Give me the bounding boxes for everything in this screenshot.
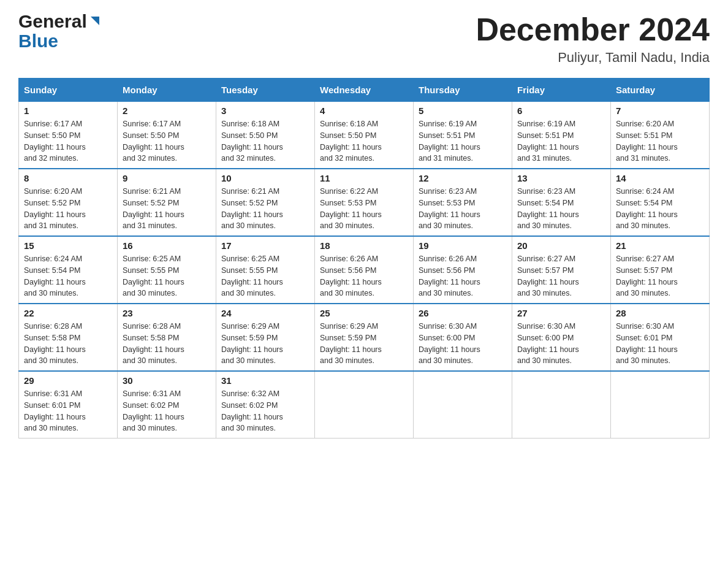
day-info: Sunrise: 6:25 AMSunset: 5:55 PMDaylight:… [221,253,309,299]
page-header: General Blue December 2024 Puliyur, Tami… [18,12,710,66]
day-number: 4 [320,105,408,116]
day-number: 2 [123,105,211,116]
calendar-day-cell: 4Sunrise: 6:18 AMSunset: 5:50 PMDaylight… [315,102,414,169]
calendar-week-row: 8Sunrise: 6:20 AMSunset: 5:52 PMDaylight… [19,169,710,236]
day-info: Sunrise: 6:23 AMSunset: 5:53 PMDaylight:… [419,186,507,232]
calendar-day-cell: 26Sunrise: 6:30 AMSunset: 6:00 PMDayligh… [414,304,512,371]
day-info: Sunrise: 6:30 AMSunset: 6:01 PMDaylight:… [616,321,704,367]
calendar-day-cell: 10Sunrise: 6:21 AMSunset: 5:52 PMDayligh… [216,169,315,236]
day-header-saturday: Saturday [611,79,710,102]
day-number: 8 [24,173,112,183]
logo-general: General [18,12,87,31]
day-info: Sunrise: 6:22 AMSunset: 5:53 PMDaylight:… [320,186,408,232]
day-info: Sunrise: 6:31 AMSunset: 6:01 PMDaylight:… [24,388,112,434]
day-number: 18 [320,240,408,251]
calendar-day-cell [414,371,512,439]
day-number: 22 [24,308,112,318]
calendar-day-cell: 18Sunrise: 6:26 AMSunset: 5:56 PMDayligh… [315,236,414,304]
calendar-week-row: 1Sunrise: 6:17 AMSunset: 5:50 PMDaylight… [19,102,710,169]
calendar-day-cell: 14Sunrise: 6:24 AMSunset: 5:54 PMDayligh… [611,169,710,236]
day-number: 10 [221,173,309,183]
calendar-day-cell: 9Sunrise: 6:21 AMSunset: 5:52 PMDaylight… [118,169,216,236]
day-header-sunday: Sunday [19,79,118,102]
calendar-week-row: 29Sunrise: 6:31 AMSunset: 6:01 PMDayligh… [19,371,710,439]
calendar-day-cell: 20Sunrise: 6:27 AMSunset: 5:57 PMDayligh… [512,236,611,304]
day-info: Sunrise: 6:27 AMSunset: 5:57 PMDaylight:… [616,253,704,299]
day-info: Sunrise: 6:18 AMSunset: 5:50 PMDaylight:… [320,118,408,164]
calendar-title: December 2024 [476,12,710,47]
calendar-subtitle: Puliyur, Tamil Nadu, India [476,50,710,66]
calendar-day-cell: 1Sunrise: 6:17 AMSunset: 5:50 PMDaylight… [19,102,118,169]
calendar-day-cell: 16Sunrise: 6:25 AMSunset: 5:55 PMDayligh… [118,236,216,304]
day-info: Sunrise: 6:29 AMSunset: 5:59 PMDaylight:… [320,321,408,367]
calendar-day-cell: 29Sunrise: 6:31 AMSunset: 6:01 PMDayligh… [19,371,118,439]
day-info: Sunrise: 6:31 AMSunset: 6:02 PMDaylight:… [123,388,211,434]
calendar-day-cell: 13Sunrise: 6:23 AMSunset: 5:54 PMDayligh… [512,169,611,236]
day-number: 7 [616,105,704,116]
day-info: Sunrise: 6:24 AMSunset: 5:54 PMDaylight:… [24,253,112,299]
calendar-table: SundayMondayTuesdayWednesdayThursdayFrid… [18,78,710,439]
day-number: 13 [517,173,605,183]
calendar-day-cell: 19Sunrise: 6:26 AMSunset: 5:56 PMDayligh… [414,236,512,304]
day-number: 9 [123,173,211,183]
day-number: 1 [24,105,112,116]
day-info: Sunrise: 6:19 AMSunset: 5:51 PMDaylight:… [517,118,605,164]
day-info: Sunrise: 6:32 AMSunset: 6:02 PMDaylight:… [221,388,309,434]
logo-blue: Blue [18,31,58,51]
calendar-day-cell: 30Sunrise: 6:31 AMSunset: 6:02 PMDayligh… [118,371,216,439]
day-number: 30 [123,375,211,386]
day-header-tuesday: Tuesday [216,79,315,102]
calendar-day-cell: 31Sunrise: 6:32 AMSunset: 6:02 PMDayligh… [216,371,315,439]
day-number: 25 [320,308,408,318]
day-info: Sunrise: 6:24 AMSunset: 5:54 PMDaylight:… [616,186,704,232]
day-number: 16 [123,240,211,251]
calendar-day-cell: 8Sunrise: 6:20 AMSunset: 5:52 PMDaylight… [19,169,118,236]
day-header-wednesday: Wednesday [315,79,414,102]
day-number: 19 [419,240,507,251]
calendar-day-cell [512,371,611,439]
day-number: 15 [24,240,112,251]
svg-marker-0 [91,17,99,25]
day-number: 12 [419,173,507,183]
calendar-day-cell: 7Sunrise: 6:20 AMSunset: 5:51 PMDaylight… [611,102,710,169]
day-number: 14 [616,173,704,183]
day-info: Sunrise: 6:28 AMSunset: 5:58 PMDaylight:… [123,321,211,367]
day-number: 3 [221,105,309,116]
day-number: 31 [221,375,309,386]
calendar-day-cell: 27Sunrise: 6:30 AMSunset: 6:00 PMDayligh… [512,304,611,371]
calendar-day-cell: 5Sunrise: 6:19 AMSunset: 5:51 PMDaylight… [414,102,512,169]
day-info: Sunrise: 6:30 AMSunset: 6:00 PMDaylight:… [419,321,507,367]
day-number: 17 [221,240,309,251]
calendar-week-row: 15Sunrise: 6:24 AMSunset: 5:54 PMDayligh… [19,236,710,304]
logo-arrow-icon [88,14,102,29]
day-number: 29 [24,375,112,386]
day-info: Sunrise: 6:28 AMSunset: 5:58 PMDaylight:… [24,321,112,367]
day-info: Sunrise: 6:30 AMSunset: 6:00 PMDaylight:… [517,321,605,367]
day-number: 21 [616,240,704,251]
day-info: Sunrise: 6:17 AMSunset: 5:50 PMDaylight:… [24,118,112,164]
title-block: December 2024 Puliyur, Tamil Nadu, India [476,12,710,66]
calendar-day-cell: 28Sunrise: 6:30 AMSunset: 6:01 PMDayligh… [611,304,710,371]
day-info: Sunrise: 6:26 AMSunset: 5:56 PMDaylight:… [419,253,507,299]
day-number: 27 [517,308,605,318]
calendar-day-cell: 15Sunrise: 6:24 AMSunset: 5:54 PMDayligh… [19,236,118,304]
calendar-day-cell: 12Sunrise: 6:23 AMSunset: 5:53 PMDayligh… [414,169,512,236]
day-info: Sunrise: 6:26 AMSunset: 5:56 PMDaylight:… [320,253,408,299]
day-info: Sunrise: 6:18 AMSunset: 5:50 PMDaylight:… [221,118,309,164]
day-info: Sunrise: 6:21 AMSunset: 5:52 PMDaylight:… [123,186,211,232]
day-info: Sunrise: 6:29 AMSunset: 5:59 PMDaylight:… [221,321,309,367]
day-info: Sunrise: 6:20 AMSunset: 5:52 PMDaylight:… [24,186,112,232]
calendar-day-cell: 2Sunrise: 6:17 AMSunset: 5:50 PMDaylight… [118,102,216,169]
day-number: 20 [517,240,605,251]
day-number: 26 [419,308,507,318]
day-number: 28 [616,308,704,318]
day-info: Sunrise: 6:23 AMSunset: 5:54 PMDaylight:… [517,186,605,232]
calendar-day-cell: 23Sunrise: 6:28 AMSunset: 5:58 PMDayligh… [118,304,216,371]
day-info: Sunrise: 6:27 AMSunset: 5:57 PMDaylight:… [517,253,605,299]
day-header-friday: Friday [512,79,611,102]
calendar-day-cell [315,371,414,439]
calendar-day-cell: 6Sunrise: 6:19 AMSunset: 5:51 PMDaylight… [512,102,611,169]
calendar-day-cell [611,371,710,439]
calendar-day-cell: 17Sunrise: 6:25 AMSunset: 5:55 PMDayligh… [216,236,315,304]
day-header-thursday: Thursday [414,79,512,102]
